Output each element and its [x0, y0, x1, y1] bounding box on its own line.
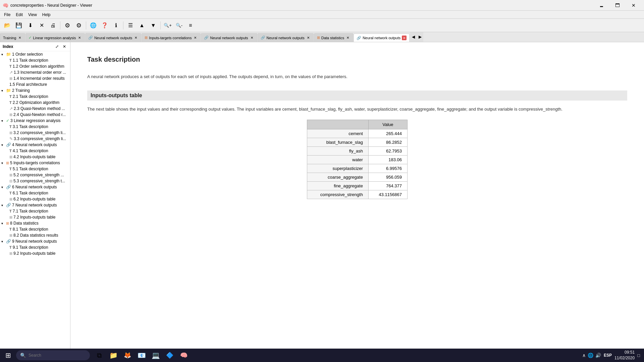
menu-edit[interactable]: Edit	[13, 12, 25, 18]
sidebar-item-9-2[interactable]: ⊞ 9.2 Inputs-outputs table	[0, 250, 70, 256]
tab-training-label: Training	[3, 36, 16, 40]
tab-nn-outputs-active-close[interactable]: ✕	[402, 36, 407, 40]
sidebar-item-2-4[interactable]: ⊞ 2.4 Quasi-Newton method r...	[0, 112, 70, 118]
toolbar-info[interactable]: ℹ	[111, 20, 121, 31]
sidebar-item-1-5[interactable]: 1.5 Final architecture	[0, 81, 70, 87]
tab-nn-outputs-2[interactable]: 🔗 Neural network outputs ✕	[201, 33, 257, 42]
tab-nn-outputs-1-close[interactable]: ✕	[133, 36, 138, 40]
expand-icon-4: ▾	[1, 143, 6, 147]
sidebar-item-2-1[interactable]: T 2.1 Task description	[0, 94, 70, 100]
sidebar-item-4-2[interactable]: ⊞ 4.2 Inputs-outputs table	[0, 154, 70, 160]
table-cell-name: superplasticizer	[307, 164, 369, 173]
menu-view[interactable]: View	[25, 12, 40, 18]
tab-training[interactable]: Training ✕	[0, 33, 25, 42]
sidebar-label-2-3: 2.3 Quasi-Newton method ...	[14, 106, 65, 111]
tab-inputs-targets[interactable]: ⊞ Inputs-targets correlations ✕	[142, 33, 201, 42]
sidebar-close-btn[interactable]: ✕	[61, 44, 67, 50]
tab-nn-outputs-active[interactable]: 🔗 Neural network outputs ✕	[354, 34, 410, 42]
tab-data-statistics[interactable]: ⊞ Data statistics ✕	[314, 33, 353, 42]
sidebar-item-8-1[interactable]: T 8.1 Task description	[0, 226, 70, 232]
sidebar-item-nn-outputs-6[interactable]: ▾ 🔗 6 Neural network outputs	[0, 184, 70, 190]
sidebar-item-3-3[interactable]: ✎ 3.3 compressive_strength li...	[0, 136, 70, 142]
sidebar-item-nn-outputs-9[interactable]: ▾ 🔗 9 Neural network outputs	[0, 238, 70, 244]
tab-linear-regression-close[interactable]: ✕	[77, 36, 82, 40]
toolbar-zoom-in[interactable]: 🔍+	[162, 20, 173, 31]
toolbar-down[interactable]: ▼	[148, 20, 159, 31]
table-header-name	[307, 120, 369, 129]
sidebar-label-7-2: 7.2 Inputs-outputs table	[13, 215, 55, 220]
toolbar-settings1[interactable]: ⚙	[62, 20, 73, 31]
sidebar-item-1-3[interactable]: ↗ 1.3 Incremental order error ...	[0, 69, 70, 75]
sidebar-item-6-2[interactable]: ⊞ 6.2 Inputs-outputs table	[0, 196, 70, 202]
table-row: fly_ash 62.7953	[307, 146, 408, 155]
sidebar-item-linear-regression[interactable]: ▾ ✓ 3 Linear regression analysis	[0, 118, 70, 124]
tab-linear-regression[interactable]: ✓ Linear regression analysis ✕	[25, 33, 85, 42]
tab-data-statistics-close[interactable]: ✕	[345, 36, 350, 40]
sidebar-expand-btn[interactable]: ⤢	[54, 44, 60, 50]
toolbar-zoom-out[interactable]: 🔍-	[174, 20, 184, 31]
tab-training-close[interactable]: ✕	[17, 36, 22, 40]
sidebar-item-training[interactable]: ▾ 📁 2 Training	[0, 87, 70, 94]
sidebar-item-9-1[interactable]: T 9.1 Task description	[0, 244, 70, 250]
tab-nn-outputs-2-label: Neural network outputs	[210, 36, 248, 40]
tab-nn-outputs-3[interactable]: 🔗 Neural network outputs ✕	[258, 33, 314, 42]
content-description: A neural network produces a set of outpu…	[87, 73, 627, 80]
sidebar-item-1-2[interactable]: T 1.2 Order selection algorithm	[0, 63, 70, 69]
tab-nn-outputs-3-close[interactable]: ✕	[306, 36, 311, 40]
table-row: coarse_aggregate 956.059	[307, 173, 408, 181]
table-row: compressive_strength 43.1156867	[307, 190, 408, 199]
sidebar-item-1-1[interactable]: T 1.1 Task description	[0, 57, 70, 63]
table-section-title: Inputs-outputs table	[87, 90, 627, 101]
tableimg-icon-5-3: ⊟	[9, 179, 12, 183]
maximize-button[interactable]: 🗖	[610, 0, 625, 11]
sidebar-label-linear-regression: 3 Linear regression analysis	[10, 118, 60, 123]
close-button[interactable]: ✕	[626, 0, 641, 11]
table-icon-9-2: ⊞	[9, 251, 12, 256]
sidebar-item-1-4[interactable]: ⊞ 1.4 Incremental order results	[0, 75, 70, 81]
sidebar-item-order-selection[interactable]: ▾ 📁 1 Order selection	[0, 51, 70, 57]
sidebar-item-2-2[interactable]: T 2.2 Optimization algorithm	[0, 100, 70, 106]
sidebar-item-5-3[interactable]: ⊟ 5.3 compressive_strength t...	[0, 178, 70, 184]
toolbar-download[interactable]: ⬇	[25, 20, 36, 31]
sidebar-item-inputs-targets[interactable]: ▾ ⊞ 5 Inputs-targets correlations	[0, 160, 70, 166]
text-icon-1-2: T	[9, 64, 12, 68]
table-cell-value: 265.444	[368, 129, 407, 138]
sidebar-item-2-3[interactable]: ↗ 2.3 Quasi-Newton method ...	[0, 106, 70, 112]
menu-help[interactable]: Help	[40, 12, 53, 18]
tab-nn-outputs-2-close[interactable]: ✕	[250, 36, 254, 40]
toolbar-up[interactable]: ▲	[137, 20, 147, 31]
sidebar-tree: ▾ 📁 1 Order selection T 1.1 Task descrip…	[0, 51, 70, 256]
sidebar-item-7-2[interactable]: ⊞ 7.2 Inputs-outputs table	[0, 214, 70, 220]
tab-scroll-right[interactable]: ▶	[417, 32, 423, 42]
sidebar-item-8-2[interactable]: ⊞ 8.2 Data statistics results	[0, 232, 70, 238]
tab-inputs-targets-close[interactable]: ✕	[193, 36, 198, 40]
sidebar-item-3-2[interactable]: ⊞ 3.2 compressive_strength li...	[0, 130, 70, 136]
sidebar-item-5-1[interactable]: T 5.1 Task description	[0, 166, 70, 172]
toolbar-save[interactable]: 💾	[13, 20, 24, 31]
menu-file[interactable]: File	[1, 12, 13, 18]
toolbar-help[interactable]: ❓	[99, 20, 110, 31]
sidebar-item-5-2[interactable]: ⊞ 5.2 compressive_strength ...	[0, 172, 70, 178]
sidebar-item-nn-outputs-4[interactable]: ▾ 🔗 4 Neural network outputs	[0, 142, 70, 148]
sidebar-item-nn-outputs-7[interactable]: ▾ 🔗 7 Neural network outputs	[0, 202, 70, 208]
sidebar-item-3-1[interactable]: T 3.1 Task description	[0, 124, 70, 130]
toolbar-open[interactable]: 📂	[2, 20, 13, 31]
toolbar-print[interactable]: 🖨	[48, 20, 58, 31]
sidebar-label-2-2: 2.2 Optimization algorithm	[13, 100, 59, 105]
sidebar-item-4-1[interactable]: T 4.1 Task description	[0, 148, 70, 154]
table-cell-name: coarse_aggregate	[307, 173, 369, 181]
sidebar-item-7-1[interactable]: T 7.1 Task description	[0, 208, 70, 214]
sidebar-label-8-2: 8.2 Data statistics results	[13, 233, 58, 238]
toolbar-settings2[interactable]: ⚙	[73, 20, 84, 31]
sidebar-item-6-1[interactable]: T 6.1 Task description	[0, 190, 70, 196]
toolbar-close[interactable]: ✕	[36, 20, 47, 31]
tab-scroll-left[interactable]: ◀	[410, 32, 417, 42]
toolbar-menu[interactable]: ☰	[125, 20, 136, 31]
minimize-button[interactable]: 🗕	[594, 0, 609, 11]
sidebar-item-data-statistics[interactable]: ▾ ⊞ 8 Data statistics	[0, 220, 70, 226]
sidebar-label-nn-outputs-7: 7 Neural network outputs	[12, 203, 57, 207]
sidebar-label-order-selection: 1 Order selection	[12, 52, 43, 57]
toolbar-filter[interactable]: ≡	[185, 20, 196, 31]
toolbar-globe[interactable]: 🌐	[88, 20, 99, 31]
tab-nn-outputs-1[interactable]: 🔗 Neural network outputs ✕	[85, 33, 141, 42]
